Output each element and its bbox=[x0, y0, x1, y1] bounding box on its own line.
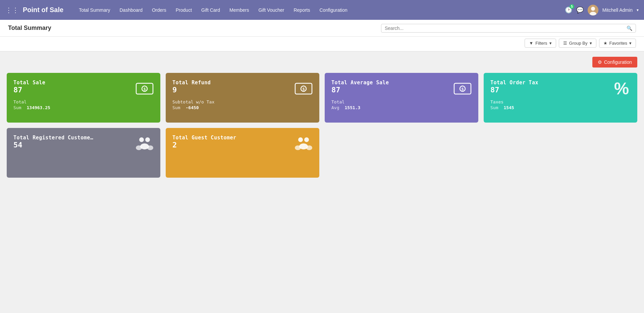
stat-line: Avg 1551.3 bbox=[331, 105, 472, 110]
notification-count: 5 bbox=[570, 4, 574, 9]
card-title: Total Refund bbox=[172, 80, 211, 86]
money-icon: $ bbox=[294, 80, 313, 98]
card-total-sale[interactable]: Total Sale 87 $ Total Sum 134963.25 bbox=[7, 73, 160, 123]
card-title: Total Guest Customer bbox=[172, 135, 236, 141]
card-title: Total Order Tax bbox=[490, 80, 538, 86]
svg-point-21 bbox=[306, 145, 312, 150]
card-count: 9 bbox=[172, 86, 211, 94]
grid-menu-icon[interactable]: ⋮⋮ bbox=[5, 6, 19, 14]
menu-item-reports[interactable]: Reports bbox=[289, 0, 315, 20]
card-title: Total Sale bbox=[13, 80, 45, 86]
group-by-caret: ▾ bbox=[590, 41, 592, 46]
percent-icon: % bbox=[612, 80, 631, 98]
config-row: ⚙ Configuration bbox=[7, 57, 637, 68]
menu-item-product[interactable]: Product bbox=[171, 0, 197, 20]
svg-point-1 bbox=[591, 7, 595, 11]
favorites-caret: ▾ bbox=[629, 41, 632, 46]
svg-point-17 bbox=[298, 137, 303, 142]
card-total-order-tax[interactable]: Total Order Tax 87 % Taxes Sum 1545 bbox=[484, 73, 637, 123]
svg-point-20 bbox=[295, 145, 301, 150]
menu-item-dashboard[interactable]: Dashboard bbox=[115, 0, 147, 20]
avatar[interactable] bbox=[588, 5, 598, 15]
search-input[interactable] bbox=[385, 26, 627, 31]
people-icon bbox=[136, 135, 154, 153]
notification-bell[interactable]: 🕑 5 bbox=[565, 6, 572, 14]
svg-text:$: $ bbox=[462, 87, 464, 91]
card-stats: Total Avg 1551.3 bbox=[331, 99, 472, 110]
card-count: 87 bbox=[490, 86, 538, 94]
app-title: Point of Sale bbox=[23, 6, 63, 14]
stat-key: Avg bbox=[331, 105, 339, 110]
menu-item-gift-card[interactable]: Gift Card bbox=[197, 0, 225, 20]
svg-text:$: $ bbox=[144, 87, 146, 91]
stat-label: Subtotal w/o Tax bbox=[172, 99, 313, 104]
stat-line: Sum 1545 bbox=[490, 105, 631, 110]
subheader: Total Summary 🔍 bbox=[0, 20, 644, 37]
stat-label: Total bbox=[331, 99, 472, 104]
menu-item-gift-voucher[interactable]: Gift Voucher bbox=[254, 0, 289, 20]
search-icon[interactable]: 🔍 bbox=[627, 26, 632, 31]
card-grid-row1: Total Sale 87 $ Total Sum 134963.25 bbox=[7, 73, 637, 123]
card-total-guest[interactable]: Total Guest Customer 2 bbox=[166, 128, 319, 178]
svg-point-15 bbox=[136, 145, 142, 150]
card-header: Total Sale 87 $ bbox=[13, 80, 154, 98]
menu-item-members[interactable]: Members bbox=[225, 0, 254, 20]
star-icon: ★ bbox=[603, 41, 607, 46]
search-box: 🔍 bbox=[381, 24, 636, 33]
top-navigation: ⋮⋮ Point of Sale Total Summary Dashboard… bbox=[0, 0, 644, 20]
chat-icon[interactable]: 💬 bbox=[576, 6, 584, 14]
main-menu: Total Summary Dashboard Orders Product G… bbox=[74, 0, 565, 20]
filters-button[interactable]: ▼ Filters ▾ bbox=[525, 39, 556, 48]
card-header: Total Refund 9 $ bbox=[172, 80, 313, 98]
filters-caret: ▾ bbox=[549, 41, 552, 46]
page-title: Total Summary bbox=[8, 25, 51, 32]
empty-card-4 bbox=[484, 128, 637, 178]
money-icon: $ bbox=[136, 80, 154, 98]
card-title: Total Registered Custome… bbox=[13, 135, 93, 141]
stat-line: Sum 134963.25 bbox=[13, 105, 154, 110]
stat-label: Total bbox=[13, 99, 154, 104]
card-grid-row2: Total Registered Custome… 54 bbox=[7, 128, 637, 178]
gear-icon: ⚙ bbox=[598, 59, 602, 65]
card-total-refund[interactable]: Total Refund 9 $ Subtotal w/o Tax Sum -6… bbox=[166, 73, 319, 123]
card-header: Total Order Tax 87 % bbox=[490, 80, 631, 98]
group-by-icon: ☰ bbox=[563, 41, 567, 46]
user-name[interactable]: Mitchell Admin bbox=[602, 7, 633, 13]
card-title-area: Total Refund 9 bbox=[172, 80, 211, 98]
card-title-area: Total Order Tax 87 bbox=[490, 80, 538, 98]
menu-item-total-summary[interactable]: Total Summary bbox=[74, 0, 115, 20]
configuration-label: Configuration bbox=[604, 59, 632, 65]
stat-value: -6450 bbox=[185, 105, 199, 110]
favorites-button[interactable]: ★ Favorites ▾ bbox=[599, 39, 636, 48]
card-title-area: Total Average Sale 87 bbox=[331, 80, 389, 98]
card-total-registered[interactable]: Total Registered Custome… 54 bbox=[7, 128, 160, 178]
card-header: Total Average Sale 87 $ bbox=[331, 80, 472, 98]
card-title-area: Total Sale 87 bbox=[13, 80, 45, 98]
svg-point-18 bbox=[304, 137, 309, 142]
people-icon bbox=[294, 135, 313, 153]
configuration-button[interactable]: ⚙ Configuration bbox=[592, 57, 637, 68]
menu-item-configuration[interactable]: Configuration bbox=[315, 0, 352, 20]
stat-key: Sum bbox=[172, 105, 180, 110]
group-by-button[interactable]: ☰ Group By ▾ bbox=[559, 39, 596, 48]
stat-value: 134963.25 bbox=[26, 105, 50, 110]
card-header: Total Registered Custome… 54 bbox=[13, 135, 154, 153]
svg-text:$: $ bbox=[303, 87, 305, 91]
stat-line: Sum -6450 bbox=[172, 105, 313, 110]
group-by-label: Group By bbox=[569, 41, 588, 46]
card-title-area: Total Registered Custome… 54 bbox=[13, 135, 93, 153]
stat-value: 1551.3 bbox=[344, 105, 360, 110]
main-content: ⚙ Configuration Total Sale 87 $ bbox=[0, 51, 644, 296]
card-total-avg-sale[interactable]: Total Average Sale 87 $ Total Avg 1551.3 bbox=[325, 73, 478, 123]
svg-point-13 bbox=[145, 137, 150, 142]
svg-point-16 bbox=[147, 145, 153, 150]
stat-value: 1545 bbox=[503, 105, 514, 110]
menu-item-orders[interactable]: Orders bbox=[147, 0, 171, 20]
user-dropdown-arrow[interactable]: ▾ bbox=[637, 8, 639, 12]
favorites-label: Favorites bbox=[609, 41, 627, 46]
card-header: Total Guest Customer 2 bbox=[172, 135, 313, 153]
card-count: 54 bbox=[13, 141, 93, 149]
money-icon: $ bbox=[453, 80, 472, 98]
card-stats: Taxes Sum 1545 bbox=[490, 99, 631, 110]
card-title: Total Average Sale bbox=[331, 80, 389, 86]
